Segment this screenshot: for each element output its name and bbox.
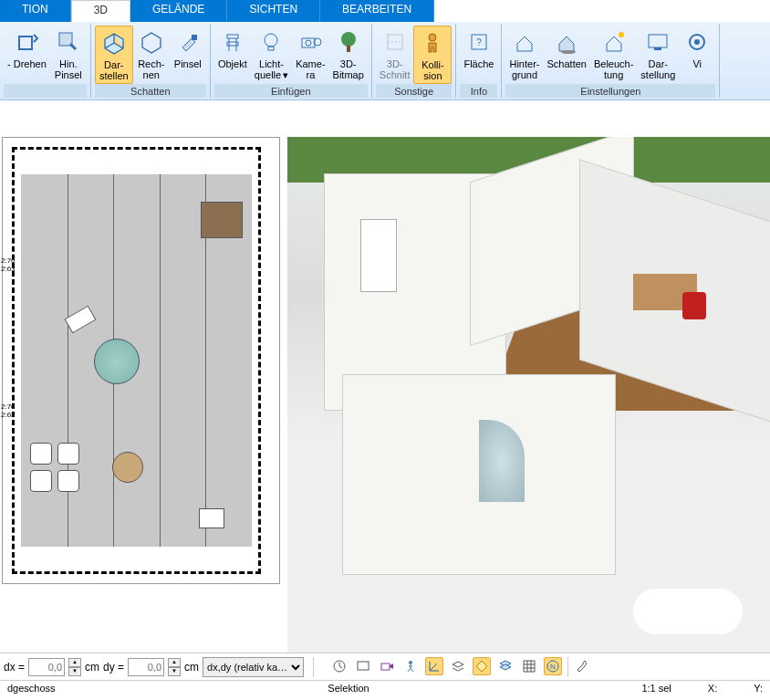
monitor-icon bbox=[643, 27, 672, 57]
drehen-label: - Drehen bbox=[7, 58, 47, 69]
tab-gelaende[interactable]: GELÄNDE bbox=[130, 0, 227, 22]
darstellung-label: Dar- stellung bbox=[640, 58, 675, 80]
pinsel-label: Pinsel bbox=[174, 58, 202, 69]
dx-unit: cm bbox=[85, 661, 99, 674]
dy-unit: cm bbox=[184, 661, 199, 674]
dy-input[interactable] bbox=[128, 658, 164, 676]
angle-icon[interactable] bbox=[425, 657, 443, 675]
drehen-button[interactable]: - Drehen bbox=[4, 26, 50, 84]
3d-schnitt-button[interactable]: 3D- Schnitt bbox=[376, 26, 414, 84]
vi-button[interactable]: Vi bbox=[679, 26, 715, 84]
view-toolbar: N bbox=[330, 657, 592, 677]
darstellung-button[interactable]: Dar- stellung bbox=[637, 26, 679, 84]
hintergrund-label: Hinter- grund bbox=[509, 58, 539, 80]
dx-spinner[interactable]: ▲▼ bbox=[68, 658, 81, 676]
hintergrund-button[interactable]: Hinter- grund bbox=[505, 26, 543, 84]
group-sonstige: 3D- Schnitt Kolli- sion Sonstige bbox=[372, 24, 457, 98]
status-floor: dgeschoss bbox=[7, 683, 56, 698]
status-y: Y: bbox=[754, 683, 763, 698]
group-einfuegen: Objekt Licht- quelle Kame- ra 3D- Bitmap… bbox=[211, 24, 372, 98]
floorplan-2d-view[interactable]: 2:762:63 2:762:63 bbox=[2, 137, 280, 584]
vi-label: Vi bbox=[692, 58, 702, 69]
flaeche-button[interactable]: ? Fläche bbox=[460, 26, 497, 84]
darstellen-button[interactable]: Dar- stellen bbox=[95, 26, 133, 84]
svg-rect-1 bbox=[59, 33, 72, 46]
3d-schnitt-label: 3D- Schnitt bbox=[380, 58, 411, 80]
group-sonstige-title: Sonstige bbox=[376, 84, 453, 98]
diamond-icon[interactable] bbox=[473, 657, 491, 675]
svg-point-28 bbox=[409, 661, 412, 664]
rechnen-button[interactable]: Rech- nen bbox=[133, 26, 170, 84]
svg-text:N: N bbox=[550, 663, 556, 671]
tab-construction[interactable]: TION bbox=[0, 0, 71, 22]
person-icon bbox=[418, 28, 447, 57]
kamera-label: Kame- ra bbox=[296, 58, 325, 80]
house-light-icon bbox=[599, 27, 629, 57]
dx-input[interactable] bbox=[28, 658, 65, 676]
rechnen-label: Rech- nen bbox=[138, 58, 164, 80]
status-ratio: 1:1 sel bbox=[641, 683, 671, 698]
hin-pinsel-button[interactable]: Hin. Pinsel bbox=[50, 26, 87, 84]
svg-rect-22 bbox=[654, 47, 661, 50]
3d-bitmap-button[interactable]: 3D- Bitmap bbox=[329, 26, 368, 84]
dy-label: dy = bbox=[103, 661, 124, 674]
clock-icon[interactable] bbox=[330, 657, 349, 675]
kamera-button[interactable]: Kame- ra bbox=[292, 26, 328, 84]
svg-point-16 bbox=[429, 34, 436, 41]
group-einstellungen-title: Einstellungen bbox=[505, 84, 715, 98]
group-einstellungen: Hinter- grund Schatten Beleuch- tung Dar… bbox=[502, 24, 720, 98]
hin-pinsel-label: Hin. Pinsel bbox=[55, 58, 82, 80]
kollision-button[interactable]: Kolli- sion bbox=[413, 26, 452, 84]
svg-rect-13 bbox=[347, 46, 350, 52]
svg-rect-21 bbox=[649, 35, 667, 47]
group-info: ? Fläche Info bbox=[456, 24, 502, 98]
dy-spinner[interactable]: ▲▼ bbox=[168, 658, 181, 676]
schatten-label: Schatten bbox=[547, 58, 587, 69]
gear-icon bbox=[682, 27, 712, 57]
schatten-button[interactable]: Schatten bbox=[544, 26, 590, 84]
group-schatten-title: Schatten bbox=[95, 84, 206, 98]
dx-label: dx = bbox=[4, 661, 25, 674]
section-icon bbox=[380, 27, 410, 57]
svg-rect-27 bbox=[381, 663, 390, 670]
tab-bearbeiten[interactable]: BEARBEITEN bbox=[320, 0, 434, 22]
plan-area bbox=[21, 174, 252, 547]
objekt-label: Objekt bbox=[218, 58, 247, 69]
grid-icon[interactable] bbox=[520, 657, 538, 675]
layers-icon[interactable] bbox=[449, 657, 467, 675]
brush-bg-icon bbox=[54, 27, 83, 57]
pinsel-button[interactable]: Pinsel bbox=[170, 26, 206, 84]
flaeche-label: Fläche bbox=[463, 58, 494, 69]
camera-icon bbox=[296, 27, 325, 57]
tab-3d[interactable]: 3D bbox=[71, 0, 130, 22]
screen-icon[interactable] bbox=[354, 657, 372, 675]
svg-point-19 bbox=[561, 50, 576, 54]
objekt-button[interactable]: Objekt bbox=[214, 26, 251, 84]
svg-rect-2 bbox=[192, 35, 197, 40]
camera-tool-icon[interactable] bbox=[378, 657, 396, 675]
svg-rect-8 bbox=[268, 47, 274, 50]
3d-bitmap-label: 3D- Bitmap bbox=[333, 58, 364, 80]
area-icon: ? bbox=[464, 27, 494, 57]
svg-rect-26 bbox=[358, 662, 369, 670]
walk-icon[interactable] bbox=[401, 657, 420, 675]
coord-mode-select[interactable]: dx,dy (relativ ka… bbox=[203, 657, 304, 677]
svg-rect-3 bbox=[227, 35, 238, 38]
compass-icon[interactable]: N bbox=[544, 657, 562, 675]
dimension-label: 2:762:63 bbox=[1, 402, 16, 419]
ribbon-tabs: TION 3D GELÄNDE SICHTEN BEARBEITEN bbox=[0, 0, 770, 22]
svg-point-24 bbox=[694, 39, 700, 45]
svg-text:?: ? bbox=[476, 37, 482, 47]
wrench-icon[interactable] bbox=[574, 657, 592, 675]
svg-rect-0 bbox=[19, 37, 32, 49]
lichtquelle-button[interactable]: Licht- quelle bbox=[251, 26, 292, 84]
tab-sichten[interactable]: SICHTEN bbox=[227, 0, 320, 22]
status-bar: dgeschoss Selektion 1:1 sel X: Y: bbox=[0, 680, 770, 700]
rotate-icon bbox=[12, 27, 41, 57]
beleuchtung-button[interactable]: Beleuch- tung bbox=[590, 26, 637, 84]
layers2-icon[interactable] bbox=[496, 657, 515, 675]
ribbon-toolbar: - Drehen Hin. Pinsel Dar- stellen Rech- … bbox=[0, 22, 770, 100]
floorplan-3d-view[interactable] bbox=[287, 137, 770, 653]
group-einfuegen-title: Einfügen bbox=[214, 84, 368, 98]
lichtquelle-label: Licht- quelle bbox=[255, 58, 288, 80]
